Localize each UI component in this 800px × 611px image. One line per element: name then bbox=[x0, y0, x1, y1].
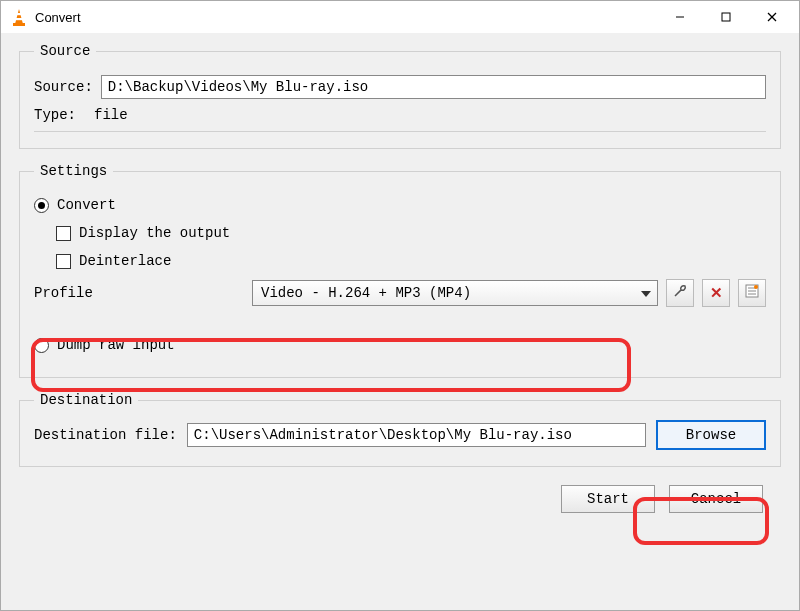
titlebar: Convert bbox=[1, 1, 799, 33]
vlc-cone-icon bbox=[9, 7, 29, 27]
divider bbox=[34, 131, 766, 132]
delete-profile-button[interactable]: ✕ bbox=[702, 279, 730, 307]
display-output-label: Display the output bbox=[79, 225, 230, 241]
delete-icon: ✕ bbox=[710, 284, 723, 302]
convert-radio-row[interactable]: Convert bbox=[34, 197, 766, 213]
destination-legend: Destination bbox=[34, 392, 138, 408]
new-profile-button[interactable] bbox=[738, 279, 766, 307]
browse-button[interactable]: Browse bbox=[656, 420, 766, 450]
chevron-down-icon bbox=[641, 285, 651, 301]
list-icon bbox=[744, 283, 760, 303]
maximize-button[interactable] bbox=[703, 2, 749, 32]
profile-select[interactable]: Video - H.264 + MP3 (MP4) bbox=[252, 280, 658, 306]
wrench-icon bbox=[672, 283, 688, 303]
deinterlace-row[interactable]: Deinterlace bbox=[56, 253, 766, 269]
deinterlace-label: Deinterlace bbox=[79, 253, 171, 269]
convert-radio-label: Convert bbox=[57, 197, 116, 213]
dump-radio-label: Dump raw input bbox=[57, 337, 175, 353]
checkbox-deinterlace[interactable] bbox=[56, 254, 71, 269]
settings-legend: Settings bbox=[34, 163, 113, 179]
type-value: file bbox=[84, 107, 128, 123]
svg-rect-1 bbox=[13, 23, 25, 26]
dump-radio-row[interactable]: Dump raw input bbox=[34, 337, 766, 353]
type-label: Type: bbox=[34, 107, 76, 123]
start-button[interactable]: Start bbox=[561, 485, 655, 513]
svg-marker-0 bbox=[15, 9, 23, 24]
footer-buttons: Start Cancel bbox=[19, 481, 781, 513]
display-output-row[interactable]: Display the output bbox=[56, 225, 766, 241]
svg-marker-8 bbox=[641, 291, 651, 297]
window-title: Convert bbox=[35, 10, 81, 25]
radio-dump[interactable] bbox=[34, 338, 49, 353]
destination-group: Destination Destination file: Browse bbox=[19, 392, 781, 467]
checkbox-display-output[interactable] bbox=[56, 226, 71, 241]
minimize-button[interactable] bbox=[657, 2, 703, 32]
profile-row: Profile Video - H.264 + MP3 (MP4) ✕ bbox=[34, 279, 766, 307]
source-legend: Source bbox=[34, 43, 96, 59]
svg-point-13 bbox=[754, 285, 758, 289]
settings-group: Settings Convert Display the output Dein… bbox=[19, 163, 781, 378]
cancel-button[interactable]: Cancel bbox=[669, 485, 763, 513]
destination-file-label: Destination file: bbox=[34, 427, 177, 443]
destination-file-input[interactable] bbox=[187, 423, 646, 447]
close-button[interactable] bbox=[749, 2, 795, 32]
radio-convert[interactable] bbox=[34, 198, 49, 213]
convert-window: Convert Source Source: Type: file Settin… bbox=[0, 0, 800, 611]
source-label: Source: bbox=[34, 79, 93, 95]
source-group: Source Source: Type: file bbox=[19, 43, 781, 149]
source-input[interactable] bbox=[101, 75, 766, 99]
svg-rect-5 bbox=[722, 13, 730, 21]
profile-selected-value: Video - H.264 + MP3 (MP4) bbox=[261, 285, 471, 301]
edit-profile-button[interactable] bbox=[666, 279, 694, 307]
svg-rect-2 bbox=[16, 13, 22, 15]
profile-label: Profile bbox=[34, 285, 244, 301]
svg-rect-3 bbox=[16, 18, 23, 20]
